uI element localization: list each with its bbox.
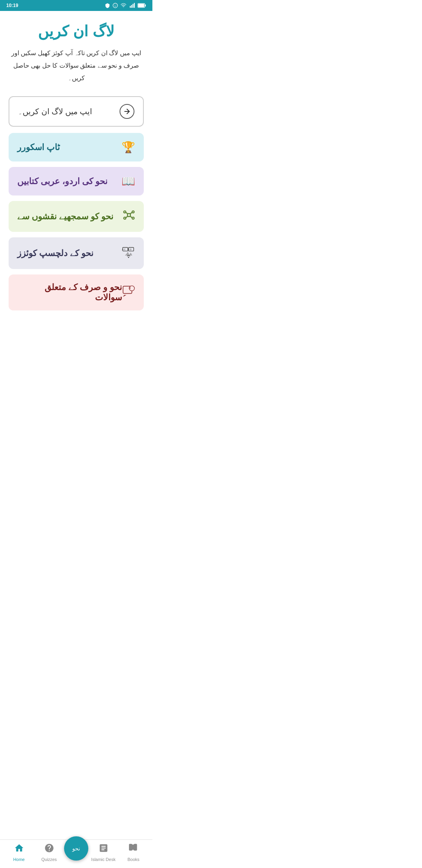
arrow-icon <box>120 104 134 119</box>
svg-point-15 <box>132 217 134 219</box>
quizzes-text: نحو کے دلچسپ کوئزز <box>17 248 93 258</box>
svg-text:?: ? <box>129 286 131 291</box>
status-bar: 10:19 <box>0 0 152 11</box>
svg-line-16 <box>126 212 128 214</box>
page-title: لاگ ان کریں <box>9 23 144 40</box>
svg-point-0 <box>113 3 118 8</box>
svg-point-14 <box>124 217 126 219</box>
svg-point-26 <box>128 257 129 258</box>
questions-text: نحو و صرف کے متعلق سوالات <box>17 282 122 303</box>
svg-line-18 <box>126 216 128 218</box>
svg-rect-8 <box>138 4 144 7</box>
top-scorer-card[interactable]: 🏆 ٹاپ اسکورر <box>9 133 144 161</box>
questions-icon: ? <box>122 285 135 301</box>
maps-text: نحو کو سمجھیے نقشوں سے <box>17 212 113 222</box>
questions-card[interactable]: ? نحو و صرف کے متعلق سوالات <box>9 274 144 310</box>
status-icons <box>105 3 146 8</box>
svg-rect-6 <box>134 3 135 8</box>
quizzes-card[interactable]: A C B D نحو کے دلچسپ کوئزز <box>9 237 144 269</box>
svg-line-19 <box>130 216 132 218</box>
page-description: ایپ میں لاگ ان کریں تاکہ آپ کوئز کھیل سک… <box>9 47 144 84</box>
top-scorer-text: ٹاپ اسکورر <box>17 142 60 152</box>
svg-text:D: D <box>130 248 131 251</box>
svg-rect-3 <box>130 6 131 8</box>
quizzes-icon: A C B D <box>122 245 135 261</box>
maps-icon <box>123 209 135 224</box>
svg-point-12 <box>124 211 126 213</box>
svg-text:A: A <box>122 248 123 251</box>
svg-line-17 <box>130 212 132 214</box>
svg-rect-9 <box>145 4 146 6</box>
books-card[interactable]: 📖 نحو کی اردو، عربی کتابیں <box>9 167 144 195</box>
wifi-icon <box>120 3 127 8</box>
svg-rect-5 <box>132 4 133 8</box>
signal-icon <box>129 3 135 8</box>
svg-point-13 <box>132 211 134 213</box>
svg-rect-4 <box>131 5 132 8</box>
svg-point-1 <box>114 5 115 5</box>
svg-text:C: C <box>124 248 125 251</box>
maps-card[interactable]: نحو کو سمجھیے نقشوں سے <box>9 201 144 232</box>
svg-point-2 <box>116 5 116 5</box>
top-scorer-icon: 🏆 <box>122 141 135 154</box>
battery-icon <box>138 3 146 8</box>
books-icon: 📖 <box>122 175 135 188</box>
login-button-label: ایپ میں لاگ ان کریں۔ <box>18 107 92 116</box>
shield-icon <box>105 3 110 8</box>
smiley-icon <box>113 3 118 8</box>
books-text: نحو کی اردو، عربی کتابیں <box>17 176 107 187</box>
login-button[interactable]: ایپ میں لاگ ان کریں۔ <box>9 96 144 127</box>
status-time: 10:19 <box>6 3 18 8</box>
main-content: لاگ ان کریں ایپ میں لاگ ان کریں تاکہ آپ … <box>0 11 152 359</box>
svg-text:B: B <box>128 248 129 251</box>
